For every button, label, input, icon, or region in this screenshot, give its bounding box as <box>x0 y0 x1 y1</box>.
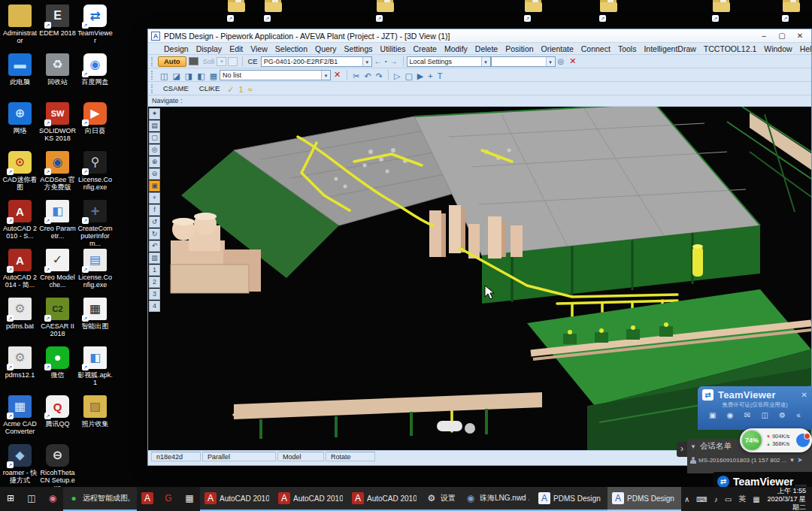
menu-item[interactable]: Orientate <box>538 44 577 53</box>
desktop-icon[interactable]: Q 腾讯QQ <box>39 394 76 443</box>
toolbar-icon[interactable]: ◨ <box>183 71 195 80</box>
lock-button[interactable] <box>228 57 238 66</box>
view-tool-button[interactable]: ▣ <box>149 180 160 192</box>
menu-item[interactable]: Help <box>796 44 812 53</box>
desktop-icon[interactable]: SW SOLIDWORKS 2018 <box>39 101 76 150</box>
tray-icon[interactable]: ⌨ <box>696 495 707 503</box>
desktop-icon[interactable]: ▤ License.Config.exe <box>77 247 114 296</box>
menu-item[interactable]: IntelligentDraw <box>640 44 699 53</box>
view-tool-button[interactable]: + <box>149 192 160 204</box>
taskbar-button[interactable]: A AutoCAD 2010... <box>347 487 421 511</box>
desktop-icon[interactable]: ♻ 回收站 <box>39 52 76 101</box>
taskbar-button[interactable]: ⊞ <box>0 487 21 511</box>
session-entry[interactable]: MS-201609101803 (1 157 802 ... ▼ ➤ <box>690 456 809 464</box>
view-tool-button[interactable]: ▤ <box>149 120 160 132</box>
teamviewer-tool-icon[interactable]: ✉ <box>744 411 750 419</box>
desktop-icon[interactable]: A AutoCAD 2010 - S... <box>2 198 38 247</box>
clear-list-icon[interactable]: ✕ <box>331 70 344 80</box>
list-combobox[interactable]: No list ▾ <box>220 70 331 80</box>
toolbar-icon[interactable]: T <box>435 71 445 80</box>
desktop-icon[interactable]: ◧ Creo Parametr... <box>39 198 76 247</box>
toolbar-icon[interactable]: ◪ <box>170 71 182 80</box>
taskbar-button[interactable]: A PDMS Design ... <box>607 487 681 511</box>
menu-item[interactable]: Query <box>311 44 341 53</box>
color-swatch[interactable] <box>189 57 198 65</box>
menu-item[interactable]: Utilities <box>377 44 410 53</box>
teamviewer-tool-icon[interactable]: ⚙ <box>779 411 786 419</box>
view-tool-button[interactable]: ✦ <box>149 108 160 119</box>
desktop-icon[interactable]: ▶ 向日葵 <box>77 101 114 150</box>
taskbar-button[interactable]: G <box>158 487 179 511</box>
view-tool-button[interactable]: 1 <box>149 265 160 276</box>
folder-icon[interactable] <box>783 0 802 20</box>
desktop-icon[interactable]: ⊕ 网络 <box>2 101 38 150</box>
desktop-icon[interactable]: ⚙ pdms.bat <box>2 296 38 345</box>
notification-badge-icon[interactable] <box>796 434 810 447</box>
taskbar-button[interactable]: ◫ <box>21 487 42 511</box>
menu-item[interactable]: Settings <box>341 44 377 53</box>
taskbar-button[interactable]: A PDMS Design ... <box>534 487 607 511</box>
desktop-icon[interactable]: E EDEM 2018 <box>39 3 76 52</box>
tray-icon[interactable]: ▭ <box>725 495 732 503</box>
teamviewer-tool-icon[interactable]: ◫ <box>761 411 768 419</box>
menu-item[interactable]: Edit <box>226 44 247 53</box>
folder-icon[interactable] <box>228 0 247 20</box>
toolbar-grip[interactable] <box>151 57 155 66</box>
toolbar-grip[interactable] <box>151 84 155 93</box>
dropdown-mini-button[interactable]: ▾ <box>217 57 226 66</box>
toolbar-icon[interactable]: ↶ <box>362 71 373 80</box>
view-tool-button[interactable]: 2 <box>149 277 160 288</box>
view-tool-button[interactable]: ↻ <box>149 228 160 240</box>
panel-collapse-chevron[interactable]: › <box>677 442 687 457</box>
view-tool-button[interactable]: 3 <box>149 289 160 300</box>
toolbar-icon[interactable]: + <box>426 71 435 80</box>
maximize-button[interactable]: ▢ <box>777 32 787 40</box>
view-tool-button[interactable]: ↺ <box>149 216 160 228</box>
desktop-icon[interactable]: ▨ 照片收集 <box>77 394 114 443</box>
auto-button[interactable]: Auto <box>158 56 186 67</box>
desktop-icon[interactable]: ▦ Acme CAD Converter <box>2 394 38 443</box>
menu-item[interactable]: Selection <box>271 44 311 53</box>
taskbar-button[interactable]: ⚙ 设置 <box>421 487 460 511</box>
desktop-icon[interactable]: Administrator <box>2 3 38 52</box>
menu-item[interactable]: Design <box>160 44 192 53</box>
minimize-button[interactable]: – <box>759 32 769 40</box>
chevron-down-icon[interactable]: ▾ <box>546 57 555 66</box>
chevron-down-icon[interactable]: ▾ <box>481 57 490 66</box>
toolbar-icon[interactable]: 1 <box>236 85 245 94</box>
folder-icon[interactable] <box>525 0 544 20</box>
desktop-icon[interactable]: ⊙ CAD迷你看图 <box>2 150 38 198</box>
local-settings-combobox[interactable]: Local Settings ▾ <box>407 56 491 67</box>
toolbar-icon[interactable]: ≈ <box>246 85 255 94</box>
toolbar-icon[interactable]: ✂ <box>350 71 362 80</box>
teamviewer-tool-icon[interactable]: « <box>796 411 801 419</box>
toolbar-icon[interactable]: ▷ <box>392 71 402 80</box>
ime-indicator[interactable]: 英 <box>738 494 746 504</box>
menu-item[interactable]: Connect <box>577 44 614 53</box>
chevron-down-icon[interactable]: ▾ <box>321 71 330 80</box>
close-toolbar-icon[interactable]: ✕ <box>566 56 579 66</box>
secondary-combobox[interactable]: ▾ <box>491 56 556 67</box>
ce-element-combobox[interactable]: PG-0401-200-E2RF2/B1 ▾ <box>261 56 372 67</box>
folder-icon[interactable] <box>713 0 732 20</box>
toolbar-icon[interactable]: ↷ <box>374 71 385 80</box>
menu-item[interactable]: Position <box>501 44 537 53</box>
view-tool-button[interactable]: 4 <box>149 301 160 312</box>
teamviewer-tool-icon[interactable]: ◉ <box>727 411 734 419</box>
desktop-icon[interactable]: ⊖ RicohThetaCN Setup.exe <box>39 443 76 491</box>
desktop-icon[interactable]: ◉ ACDSee 官方免费版 <box>39 150 76 198</box>
view-tool-button[interactable]: ↶ <box>149 240 160 252</box>
desktop-icon[interactable]: ◆ roamer - 快捷方式 <box>2 443 38 491</box>
toolbar-icon[interactable]: ◧ <box>195 71 207 80</box>
menu-item[interactable]: Window <box>760 44 795 53</box>
toolbar-icon[interactable]: ▢ <box>402 71 414 80</box>
toolbar-icon[interactable]: ▦ <box>208 71 220 80</box>
desktop-icon[interactable]: C2 CAESAR II 2018 <box>39 296 76 345</box>
menu-item[interactable]: Modify <box>441 44 471 53</box>
toolbar-icon[interactable]: ◫ <box>158 71 170 80</box>
desktop-icon[interactable]: ⚲ License.Config.exe <box>77 150 114 198</box>
desktop-icon[interactable]: ⇄ TeamViewer <box>77 3 114 52</box>
taskbar-button[interactable]: A <box>137 487 158 511</box>
hidden-icons-chevron[interactable]: ∧ <box>684 495 689 503</box>
back-arrow-button[interactable]: ← <box>372 57 384 65</box>
